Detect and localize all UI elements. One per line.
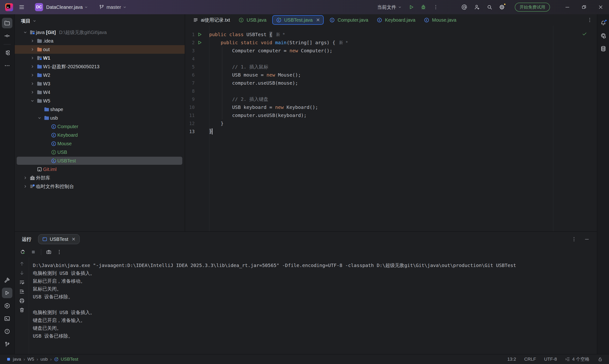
ai-assistant-button[interactable]	[460, 2, 469, 12]
console-output[interactable]: D:\Java\bin\java.exe "-javaagent:D:\IDEA…	[29, 258, 597, 354]
chevron-right-icon[interactable]	[29, 81, 36, 86]
tree-item--[interactable]: 临时文件和控制台	[15, 182, 185, 191]
arrow-down-icon[interactable]	[19, 270, 25, 276]
code-line-1[interactable]: 1public class USBTest {新 *	[185, 30, 597, 39]
chevron-down-icon[interactable]	[32, 19, 37, 23]
close-tab-icon[interactable]: ✕	[316, 17, 320, 23]
code-line-11[interactable]: 11 computer.useUSB(keyboard);	[185, 111, 597, 119]
editor-tab-Mouse.java[interactable]: CMouse.java	[420, 14, 460, 26]
run-button[interactable]	[407, 2, 416, 12]
chevron-right-icon[interactable]	[29, 64, 36, 69]
project-panel-title[interactable]: 项目	[21, 18, 30, 24]
stop-icon[interactable]	[30, 249, 36, 255]
code-line-7[interactable]: 7 computer.useUSB(mouse);	[185, 79, 597, 87]
problems-button[interactable]	[2, 326, 12, 337]
run-play-button[interactable]	[2, 288, 12, 298]
code-editor[interactable]: 1public class USBTest {新 *2 public stati…	[185, 26, 597, 231]
hide-panel-icon[interactable]	[584, 236, 590, 242]
tree-item-USBTest[interactable]: CUSBTest	[15, 156, 185, 165]
print-icon[interactable]	[19, 298, 25, 304]
restore-button[interactable]	[576, 0, 592, 14]
run-line-icon[interactable]	[197, 40, 204, 45]
debug-button[interactable]	[419, 2, 428, 12]
database-button[interactable]	[598, 43, 609, 54]
run-tab-usbtest[interactable]: USBTest ✕	[38, 234, 80, 244]
tree-item-java[interactable]: java [Git]D:\超级无敌git\Git\java	[15, 28, 185, 37]
chevron-right-icon[interactable]	[22, 184, 29, 189]
scroll-to-end-icon[interactable]	[19, 289, 25, 294]
chevron-right-icon[interactable]	[29, 47, 36, 52]
code-line-2[interactable]: 2 public static void main(String[] args)…	[185, 39, 597, 47]
tree-item-out[interactable]: out	[15, 45, 185, 54]
indent-indicator[interactable]: 4 个空格	[565, 356, 589, 362]
project-selector[interactable]: DataCleaner.java	[46, 4, 82, 10]
editor-tab-Keyboard.java[interactable]: CKeyboard.java	[372, 14, 420, 26]
code-line-10[interactable]: 10 USB keyboard = new Keyboard();	[185, 103, 597, 111]
code-with-me-button[interactable]	[472, 2, 482, 12]
start-trial-button[interactable]: 开始免费试用	[515, 3, 550, 12]
ai-chat-button[interactable]	[598, 31, 609, 41]
chevron-right-icon[interactable]	[29, 39, 36, 43]
code-line-13[interactable]: 13}	[185, 128, 597, 136]
terminal-button[interactable]	[2, 313, 12, 324]
tree-item-Keyboard[interactable]: CKeyboard	[15, 131, 185, 139]
branch-selector[interactable]: master	[99, 4, 127, 10]
tree-item-Git.iml[interactable]: Git.iml	[15, 165, 185, 174]
chevron-right-icon[interactable]	[29, 56, 36, 60]
commit-button[interactable]	[2, 31, 12, 41]
breadcrumb-USBTest[interactable]: CUSBTest	[54, 357, 78, 362]
more-vertical-icon[interactable]	[56, 249, 62, 255]
tree-item-usb[interactable]: usb	[15, 114, 185, 122]
tree-item-Computer[interactable]: CComputer	[15, 122, 185, 131]
editor-tab-USB.java[interactable]: IUSB.java	[234, 14, 271, 26]
chevron-down-icon[interactable]	[36, 116, 43, 120]
git-branch-button[interactable]	[2, 339, 12, 350]
chevron-right-icon[interactable]	[29, 73, 36, 78]
inspections-ok-icon[interactable]	[582, 31, 587, 37]
run-config-selector[interactable]: 当前文件	[377, 4, 402, 11]
rerun-icon[interactable]	[20, 249, 26, 255]
structure-button[interactable]	[2, 48, 12, 58]
screenshot-icon[interactable]	[46, 249, 52, 255]
breadcrumb-W5[interactable]: W5	[27, 357, 34, 362]
chevron-right-icon[interactable]	[29, 90, 36, 95]
notifications-button[interactable]	[598, 18, 609, 28]
tree-item-W1[interactable]: W1	[15, 54, 185, 62]
clear-trash-icon[interactable]	[19, 307, 25, 313]
run-line-icon[interactable]	[197, 32, 204, 37]
editor-tab-options-icon[interactable]	[587, 17, 593, 23]
line-ending-indicator[interactable]: CRLF	[524, 357, 536, 362]
soft-wrap-icon[interactable]	[19, 279, 25, 285]
caret-position[interactable]: 13:2	[507, 357, 516, 362]
breadcrumb-usb[interactable]: usb	[41, 357, 48, 362]
main-menu-button[interactable]	[17, 2, 27, 12]
code-line-6[interactable]: 6 USB mouse = new Mouse();	[185, 71, 597, 79]
chevron-right-icon[interactable]	[22, 175, 29, 180]
services-button[interactable]	[2, 300, 12, 311]
tree-item-W4[interactable]: W4	[15, 88, 185, 97]
search-everywhere-button[interactable]	[485, 2, 494, 12]
build-hammer-button[interactable]	[2, 275, 12, 285]
encoding-indicator[interactable]: UTF-8	[544, 357, 557, 362]
settings-button[interactable]	[497, 2, 507, 12]
editor-tab-Computer.java[interactable]: CComputer.java	[325, 14, 372, 26]
code-line-12[interactable]: 12 }	[185, 119, 597, 128]
tree-item-W1---202506050213[interactable]: W1-赵盈辉-202506050213	[15, 62, 185, 71]
breadcrumb-java[interactable]: java	[6, 357, 21, 362]
chevron-down-icon[interactable]	[22, 30, 29, 35]
minimize-button[interactable]	[559, 0, 576, 14]
project-folder-button[interactable]	[2, 18, 12, 28]
tree-item--[interactable]: 外部库	[15, 174, 185, 182]
file-lock-indicator[interactable]	[597, 357, 603, 362]
tree-item-W5[interactable]: W5	[15, 97, 185, 105]
close-button[interactable]	[592, 0, 609, 14]
tree-item-W2[interactable]: W2	[15, 71, 185, 79]
code-line-5[interactable]: 5 // 1. 插入鼠标	[185, 63, 597, 71]
arrow-up-icon[interactable]	[19, 261, 25, 267]
code-line-4[interactable]: 4	[185, 55, 597, 63]
tree-item-USB[interactable]: IUSB	[15, 148, 185, 156]
run-panel-title[interactable]: 运行	[22, 236, 31, 243]
editor-tab-USBTest.java[interactable]: CUSBTest.java✕	[272, 15, 324, 25]
project-badge[interactable]: DC	[35, 3, 43, 11]
code-line-8[interactable]: 8	[185, 87, 597, 95]
